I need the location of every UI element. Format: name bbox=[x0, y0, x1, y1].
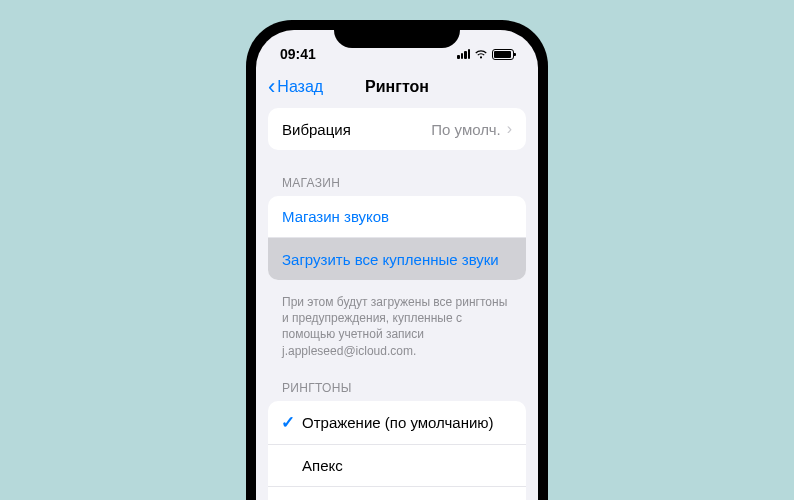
back-label: Назад bbox=[277, 78, 323, 96]
ringtones-group: ✓ Отражение (по умолчанию) Апекс Вершина… bbox=[268, 401, 526, 500]
wifi-icon bbox=[474, 49, 488, 60]
store-footer: При этом будут загружены все рингтоны и … bbox=[268, 288, 526, 363]
ringtone-label: Апекс bbox=[302, 457, 343, 474]
ringtone-item[interactable]: ✓ Отражение (по умолчанию) bbox=[268, 401, 526, 445]
ringtone-item[interactable]: Вершина bbox=[268, 487, 526, 500]
checkmark-icon: ✓ bbox=[281, 412, 295, 433]
tone-store-label: Магазин звуков bbox=[282, 208, 512, 225]
nav-bar: ‹ Назад Рингтон bbox=[256, 68, 538, 108]
battery-icon bbox=[492, 49, 514, 60]
download-all-cell[interactable]: Загрузить все купленные звуки bbox=[268, 238, 526, 280]
chevron-left-icon: ‹ bbox=[268, 76, 275, 98]
status-time: 09:41 bbox=[280, 46, 340, 62]
vibration-cell[interactable]: Вибрация По умолч. › bbox=[268, 108, 526, 150]
ringtones-header: РИНГТОНЫ bbox=[268, 363, 526, 401]
page-title: Рингтон bbox=[365, 78, 429, 96]
tone-store-cell[interactable]: Магазин звуков bbox=[268, 196, 526, 238]
store-header: МАГАЗИН bbox=[268, 158, 526, 196]
chevron-right-icon: › bbox=[507, 120, 512, 138]
screen: 09:41 ‹ Назад Рингтон bbox=[256, 30, 538, 500]
cellular-icon bbox=[457, 49, 470, 59]
notch bbox=[334, 20, 460, 48]
vibration-label: Вибрация bbox=[282, 121, 431, 138]
back-button[interactable]: ‹ Назад bbox=[268, 76, 323, 98]
ringtone-item[interactable]: Апекс bbox=[268, 445, 526, 487]
vibration-value: По умолч. bbox=[431, 121, 500, 138]
ringtone-label: Отражение (по умолчанию) bbox=[302, 414, 494, 431]
phone-frame: 09:41 ‹ Назад Рингтон bbox=[246, 20, 548, 500]
store-group: Магазин звуков Загрузить все купленные з… bbox=[268, 196, 526, 280]
vibration-group: Вибрация По умолч. › bbox=[268, 108, 526, 150]
download-all-label: Загрузить все купленные звуки bbox=[282, 251, 512, 268]
